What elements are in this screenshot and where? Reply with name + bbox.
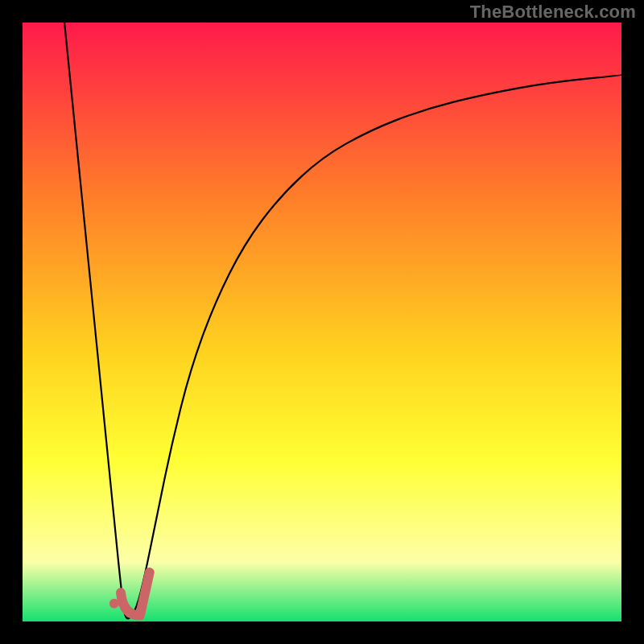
chart-stage: TheBottleneck.com xyxy=(0,0,644,644)
trough-marker-dot xyxy=(109,599,119,609)
bottleneck-plot xyxy=(23,23,621,621)
watermark-text: TheBottleneck.com xyxy=(470,2,636,23)
gradient-background xyxy=(23,23,621,621)
